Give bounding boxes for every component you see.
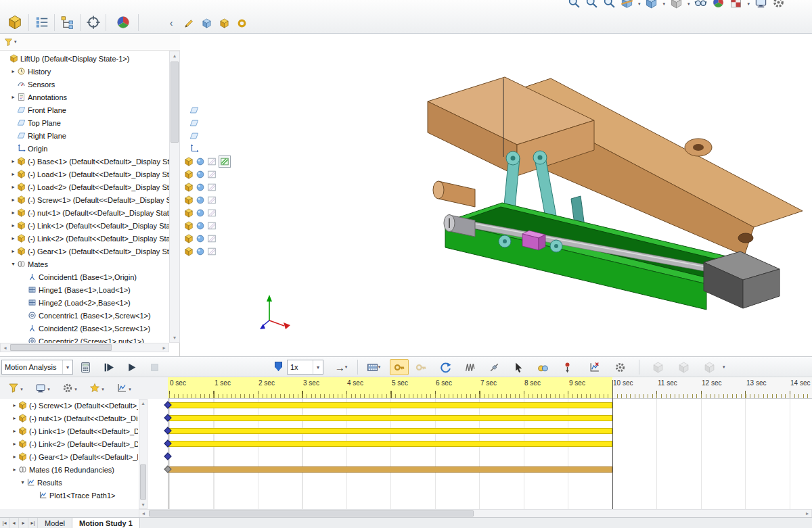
graphics-viewport[interactable] bbox=[180, 34, 812, 356]
tree-item-history[interactable]: History bbox=[0, 65, 169, 78]
chevron-down-icon[interactable] bbox=[313, 360, 323, 374]
appearance-edit-box[interactable] bbox=[219, 155, 231, 168]
hide-show-icon[interactable] bbox=[184, 247, 194, 256]
play-button[interactable] bbox=[122, 359, 141, 375]
tree-item-mate[interactable]: Concentric1 (Base<1>,Screw<1>) bbox=[0, 309, 169, 322]
view-settings-button[interactable] bbox=[754, 0, 767, 9]
motion-tree-item-screw[interactable]: (-) Screw<1> (Default<<Default>_Display … bbox=[0, 399, 138, 412]
scrollbar-thumb[interactable] bbox=[171, 62, 179, 143]
expand-arrow-icon[interactable] bbox=[9, 261, 17, 267]
change-bar[interactable] bbox=[168, 441, 612, 447]
expand-arrow-icon[interactable] bbox=[11, 466, 18, 473]
expand-arrow-icon[interactable] bbox=[11, 402, 18, 408]
appearance-swatch-icon[interactable] bbox=[207, 157, 217, 166]
display-pane-component-row[interactable] bbox=[184, 181, 217, 193]
appearance-swatch-icon[interactable] bbox=[207, 221, 217, 231]
calculate-button[interactable] bbox=[76, 359, 95, 375]
scroll-left-arrow[interactable] bbox=[139, 510, 148, 517]
appearance-swatch-icon[interactable] bbox=[207, 195, 217, 205]
filter-funnel-icon[interactable] bbox=[4, 38, 13, 47]
add-key-button[interactable] bbox=[411, 359, 430, 375]
design-table-button[interactable] bbox=[31, 13, 53, 32]
plot-options-button[interactable] bbox=[112, 379, 135, 396]
motion-tree-item-link1[interactable]: (-) Link<1> (Default<<Default>_Display S… bbox=[0, 425, 138, 437]
display-mode-icon[interactable] bbox=[196, 221, 205, 231]
display-pane-component-row[interactable] bbox=[184, 168, 217, 181]
tree-item-sensors[interactable]: Sensors bbox=[0, 78, 169, 91]
assembly-document-button[interactable] bbox=[4, 13, 26, 32]
display-mode-icon[interactable] bbox=[196, 157, 205, 166]
appearance-swatch-icon[interactable] bbox=[207, 234, 217, 243]
tab-model[interactable]: Model bbox=[38, 518, 72, 528]
appearance-swatch-icon[interactable] bbox=[207, 170, 217, 179]
tree-item-mate[interactable]: Hinge1 (Base<1>,Load<1>) bbox=[0, 283, 169, 296]
hide-show-icon[interactable] bbox=[184, 195, 194, 205]
damper-button[interactable] bbox=[484, 359, 503, 375]
mates-change-bar[interactable] bbox=[168, 466, 612, 473]
chevron-down-icon[interactable] bbox=[62, 360, 72, 374]
display-pane-component-row[interactable] bbox=[184, 193, 217, 206]
expand-arrow-icon[interactable] bbox=[19, 479, 26, 485]
change-bar[interactable] bbox=[168, 402, 612, 408]
tree-item-link1[interactable]: (-) Link<1> (Default<<Default>_Display S… bbox=[0, 219, 169, 232]
tree-item-load1[interactable]: (-) Load<1> (Default<<Default>_Display S… bbox=[0, 168, 169, 181]
simulation-element-button[interactable] bbox=[648, 359, 667, 375]
chevron-down-icon[interactable] bbox=[47, 387, 50, 392]
scroll-right-arrow[interactable] bbox=[803, 510, 811, 517]
motion-tree-item-nut[interactable]: (-) nut<1> (Default<<Default>_Display St… bbox=[0, 412, 138, 425]
tree-item-top-plane[interactable]: Top Plane bbox=[0, 116, 169, 129]
motor-button[interactable] bbox=[436, 359, 455, 375]
appearance-swatch-icon[interactable] bbox=[207, 208, 217, 218]
appearance-swatch-icon[interactable] bbox=[207, 183, 217, 192]
playback-speed-select[interactable]: 1x bbox=[287, 360, 323, 375]
display-pane-origin-row[interactable] bbox=[189, 142, 199, 155]
tree-item-mate[interactable]: Coincident1 (Base<1>,Origin) bbox=[0, 270, 169, 283]
scrollbar-thumb[interactable] bbox=[149, 510, 474, 517]
tree-item-assembly-root[interactable]: LiftUp (Default<Display State-1>) bbox=[0, 52, 169, 65]
expand-arrow-icon[interactable] bbox=[11, 415, 18, 421]
tree-item-origin[interactable]: Origin bbox=[0, 142, 169, 155]
hide-show-icon[interactable] bbox=[184, 157, 194, 166]
tree-item-mates[interactable]: Mates bbox=[0, 258, 169, 270]
assembly-gold-button[interactable] bbox=[217, 16, 231, 30]
expand-arrow-icon[interactable] bbox=[11, 428, 18, 434]
motion-tree-item-gear[interactable]: (-) Gear<1> (Default<<Default>_Display S… bbox=[0, 450, 138, 463]
scroll-up-arrow[interactable] bbox=[170, 51, 179, 60]
display-mode-icon[interactable] bbox=[196, 170, 205, 179]
motion-settings-button[interactable] bbox=[58, 379, 81, 396]
zoom-fit-button[interactable] bbox=[568, 0, 581, 9]
expand-arrow-icon[interactable] bbox=[9, 197, 17, 203]
chevron-down-icon[interactable] bbox=[747, 1, 750, 7]
chevron-down-icon[interactable] bbox=[20, 387, 23, 392]
tree-item-base[interactable]: (-) Base<1> (Default<<Default>_Display S… bbox=[0, 155, 169, 168]
hide-show-icon[interactable] bbox=[184, 208, 194, 218]
chevron-down-icon[interactable] bbox=[14, 39, 17, 45]
scroll-down-arrow[interactable] bbox=[139, 501, 147, 508]
scroll-left-arrow[interactable] bbox=[1, 343, 9, 352]
hide-show-icon[interactable] bbox=[184, 170, 194, 179]
tree-item-annotations[interactable]: Annotations bbox=[0, 91, 169, 103]
expand-arrow-icon[interactable] bbox=[9, 210, 17, 216]
display-pane-component-row[interactable] bbox=[184, 155, 231, 168]
simulation-element-button[interactable] bbox=[674, 359, 693, 375]
tab-motion-study-1[interactable]: Motion Study 1 bbox=[72, 518, 140, 528]
motion-tree-item-link2[interactable]: (-) Link<2> (Default<<Default>_Display S… bbox=[0, 437, 138, 450]
chevron-down-icon[interactable] bbox=[638, 1, 641, 7]
tree-horizontal-scrollbar[interactable] bbox=[0, 343, 169, 352]
autokey-button[interactable] bbox=[390, 359, 409, 375]
chevron-down-icon[interactable] bbox=[102, 387, 104, 392]
chevron-down-icon[interactable] bbox=[378, 364, 381, 370]
display-pane-plane-row[interactable] bbox=[189, 116, 199, 129]
previous-view-button[interactable] bbox=[603, 0, 616, 9]
apply-scene-button[interactable] bbox=[729, 0, 742, 9]
display-mode-icon[interactable] bbox=[196, 195, 205, 205]
tree-item-load2[interactable]: (-) Load<2> (Default<<Default>_Display S… bbox=[0, 181, 169, 193]
motion-tree-item-plot1[interactable]: Plot1<Trace Path1> bbox=[0, 489, 138, 502]
display-pane-component-row[interactable] bbox=[184, 206, 217, 219]
contact-button[interactable] bbox=[533, 359, 552, 375]
tree-item-gear[interactable]: (-) Gear<1> (Default<<Default>_Display S… bbox=[0, 245, 169, 258]
zoom-area-button[interactable] bbox=[585, 0, 598, 9]
gravity-button[interactable] bbox=[558, 359, 577, 375]
display-pane-plane-row[interactable] bbox=[189, 103, 199, 116]
part-blue-button[interactable] bbox=[199, 16, 214, 30]
